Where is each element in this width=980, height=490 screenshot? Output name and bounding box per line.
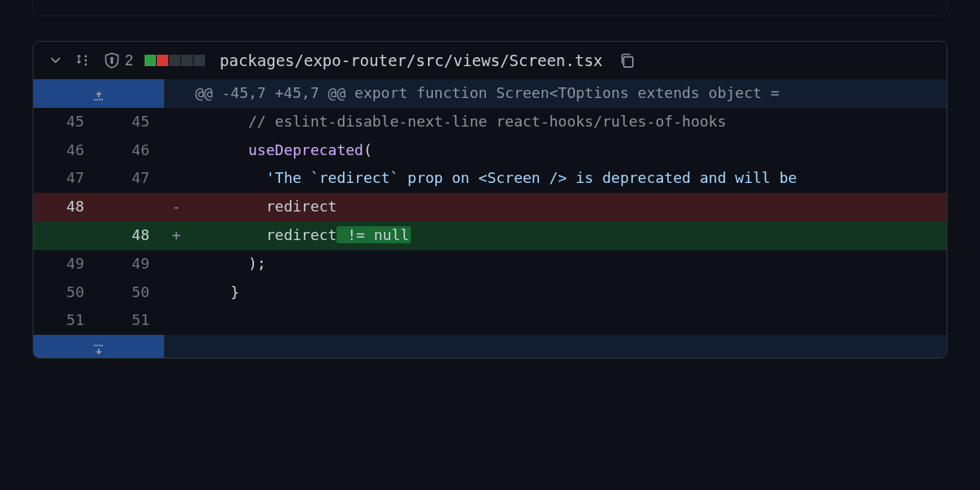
svg-rect-5 — [624, 57, 633, 68]
svg-point-0 — [85, 56, 87, 58]
diffstat-block-neutral — [169, 55, 180, 66]
diffstat — [145, 55, 205, 66]
line-number-old: 50 — [33, 278, 99, 307]
code-line[interactable]: 4646 useDeprecated( — [33, 136, 947, 165]
diff-marker — [164, 250, 189, 278]
file-header: 2 packages/expo-router/src/views/Screen.… — [33, 42, 947, 79]
code-line[interactable]: 4545 // eslint-disable-next-line react-h… — [33, 108, 947, 136]
code-content: redirect — [189, 193, 947, 221]
svg-rect-6 — [94, 99, 96, 100]
hunk-header: @@ -45,7 +45,7 @@ export function Screen… — [189, 79, 947, 108]
line-number-new: 45 — [99, 108, 164, 136]
chevron-down-icon[interactable] — [48, 53, 63, 68]
diff-marker — [164, 306, 189, 335]
diff-marker — [164, 278, 189, 307]
file-path[interactable]: packages/expo-router/src/views/Screen.ts… — [220, 51, 603, 69]
line-number-old: 00 — [33, 221, 99, 250]
code-content: redirect != null — [189, 221, 947, 250]
line-number-old: 48 — [33, 193, 99, 221]
line-number-old: 45 — [33, 108, 99, 136]
diffstat-block-neutral — [181, 55, 193, 66]
expand-up-icon — [91, 87, 107, 100]
expand-down-row[interactable] — [33, 335, 947, 358]
code-line[interactable]: 4800- redirect — [33, 193, 947, 221]
svg-rect-9 — [101, 99, 103, 100]
line-number-old: 47 — [33, 164, 99, 193]
line-number-new: 47 — [99, 164, 164, 193]
diff-marker: - — [164, 193, 189, 221]
line-number-new: 48 — [99, 221, 164, 250]
diffstat-block-add — [145, 55, 156, 66]
diff-marker — [164, 136, 189, 165]
svg-rect-7 — [96, 99, 98, 100]
svg-point-1 — [85, 60, 87, 62]
line-number-old: 46 — [33, 136, 99, 165]
checks-badge[interactable]: 2 — [104, 52, 133, 69]
svg-rect-11 — [96, 345, 98, 346]
diffstat-block-neutral — [194, 55, 205, 66]
code-content: 'The `redirect` prop on <Screen /> is de… — [189, 164, 947, 193]
copy-icon[interactable] — [619, 52, 635, 69]
code-line[interactable]: 4949 ); — [33, 250, 947, 278]
code-line[interactable]: 0048+ redirect != null — [33, 221, 947, 250]
svg-rect-10 — [94, 345, 96, 346]
line-number-new: 50 — [99, 278, 164, 307]
line-number-old: 51 — [33, 306, 99, 335]
diff-marker: + — [164, 221, 189, 250]
svg-rect-4 — [111, 60, 112, 63]
svg-point-3 — [111, 58, 113, 60]
line-number-new: 49 — [99, 250, 164, 278]
svg-rect-13 — [101, 345, 103, 346]
previous-file-edge — [33, 0, 947, 16]
expand-up-row[interactable]: @@ -45,7 +45,7 @@ export function Screen… — [33, 79, 947, 108]
svg-rect-12 — [99, 345, 100, 346]
diff-marker — [164, 108, 189, 136]
diff-body: @@ -45,7 +45,7 @@ export function Screen… — [33, 79, 947, 358]
shield-icon — [104, 52, 120, 69]
code-content: useDeprecated( — [189, 136, 947, 165]
code-line[interactable]: 5050 } — [33, 278, 947, 307]
code-line[interactable]: 4747 'The `redirect` prop on <Screen /> … — [33, 164, 947, 193]
diffstat-block-del — [157, 55, 168, 66]
code-content: } — [189, 278, 947, 307]
diff-marker — [164, 164, 189, 193]
svg-rect-8 — [99, 99, 100, 100]
code-content: ); — [189, 250, 947, 278]
line-number-new: 46 — [99, 136, 164, 165]
line-number-new: 51 — [99, 306, 164, 335]
code-line[interactable]: 5151 — [33, 306, 947, 335]
svg-point-2 — [85, 64, 87, 66]
expand-down-icon — [91, 340, 107, 353]
file-jump-icon[interactable] — [74, 53, 92, 68]
checks-count: 2 — [125, 52, 133, 69]
diff-file-container: 2 packages/expo-router/src/views/Screen.… — [33, 41, 947, 359]
code-content: // eslint-disable-next-line react-hooks/… — [189, 108, 947, 136]
line-number-old: 49 — [33, 250, 99, 278]
code-content — [189, 306, 947, 335]
line-number-new: 00 — [99, 193, 164, 221]
